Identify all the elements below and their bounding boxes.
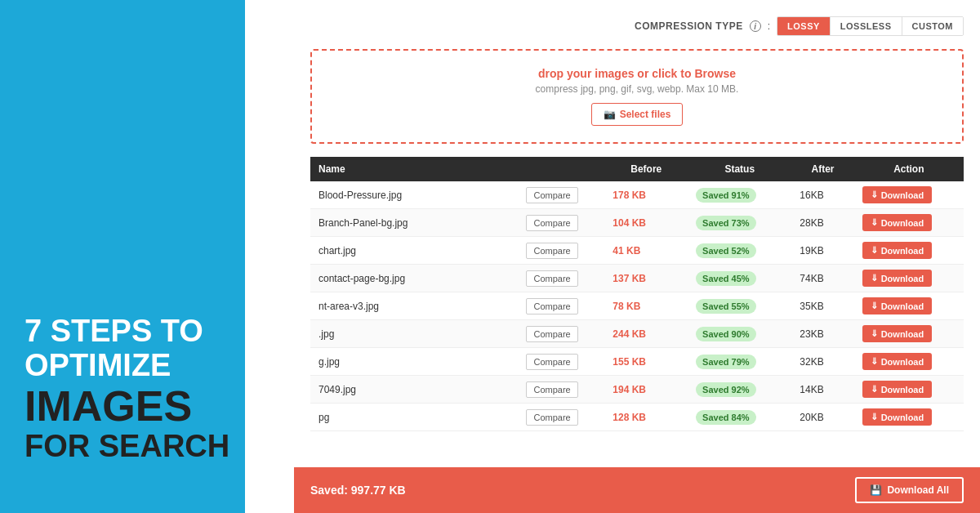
action-cell: ⇓ Download (854, 292, 964, 320)
compare-button[interactable]: Compare (526, 354, 577, 370)
action-cell: ⇓ Download (854, 320, 964, 348)
status-badge: Saved 84% (696, 410, 755, 425)
download-label: Download (881, 274, 924, 283)
download-button[interactable]: ⇓ Download (862, 270, 933, 287)
before-cell: 78 KB (604, 292, 688, 320)
after-cell: 14KB (791, 376, 853, 404)
download-button[interactable]: ⇓ Download (862, 381, 933, 398)
download-all-button[interactable]: 💾 Download All (855, 477, 964, 503)
header-after: After (791, 157, 853, 181)
status-cell: Saved 84% (688, 404, 791, 431)
hero-line1: 7 STEPS TO (24, 314, 229, 349)
hero-section: 7 STEPS TO OPTIMIZE IMAGES FOR SEARCH (24, 314, 229, 464)
compare-button[interactable]: Compare (526, 215, 577, 231)
select-files-button[interactable]: 📷 Select files (591, 103, 684, 126)
download-label: Download (881, 218, 924, 228)
main-content: COMPRESSION TYPE i : LOSSY LOSSLESS CUST… (294, 0, 980, 513)
table-row: 7049.jpg Compare 194 KB Saved 92% 14KB ⇓… (310, 376, 964, 404)
compare-button[interactable]: Compare (526, 187, 577, 203)
action-cell: ⇓ Download (854, 209, 964, 237)
hero-line3: IMAGES (24, 383, 229, 430)
file-name: 7049.jpg (310, 376, 518, 404)
download-icon: ⇓ (871, 273, 878, 283)
custom-button[interactable]: CUSTOM (902, 17, 963, 35)
download-label: Download (881, 246, 924, 256)
file-table: Name Before Status After Action Blood-Pr… (310, 157, 964, 431)
select-files-label: Select files (620, 109, 671, 120)
compare-button[interactable]: Compare (526, 243, 577, 259)
file-name: Blood-Pressure.jpg (310, 181, 518, 209)
compare-button[interactable]: Compare (526, 409, 577, 426)
download-button[interactable]: ⇓ Download (862, 214, 933, 231)
compression-label: COMPRESSION TYPE (635, 20, 743, 32)
table-row: nt-area-v3.jpg Compare 78 KB Saved 55% 3… (310, 292, 964, 320)
status-cell: Saved 91% (688, 181, 791, 209)
after-size: 14KB (800, 384, 823, 395)
download-button[interactable]: ⇓ Download (862, 408, 933, 426)
download-icon: ⇓ (871, 356, 878, 367)
before-cell: 194 KB (604, 376, 688, 404)
after-size: 23KB (800, 328, 823, 340)
compare-cell: Compare (518, 320, 604, 348)
status-badge: Saved 79% (696, 355, 755, 369)
download-button[interactable]: ⇓ Download (862, 242, 933, 259)
compare-cell: Compare (518, 237, 604, 265)
after-cell: 32KB (791, 348, 853, 376)
compression-options: LOSSY LOSSLESS CUSTOM (777, 16, 964, 36)
after-size: 20KB (800, 412, 823, 423)
table-row: Branch-Panel-bg.jpg Compare 104 KB Saved… (310, 209, 964, 237)
colon: : (768, 20, 770, 32)
compare-button[interactable]: Compare (526, 270, 577, 287)
after-cell: 19KB (791, 237, 853, 265)
hero-line4: FOR SEARCH (24, 430, 229, 464)
compare-cell: Compare (518, 376, 604, 404)
after-size: 28KB (800, 217, 823, 229)
file-name: nt-area-v3.jpg (310, 292, 518, 320)
lossy-button[interactable]: LOSSY (777, 17, 831, 35)
download-icon: ⇓ (871, 328, 878, 339)
after-cell: 74KB (791, 265, 853, 292)
before-size: 78 KB (612, 301, 640, 312)
after-size: 16KB (800, 190, 823, 201)
compare-button[interactable]: Compare (526, 326, 577, 342)
compare-cell: Compare (518, 209, 604, 237)
drop-zone[interactable]: drop your images or click to Browse comp… (310, 49, 964, 144)
action-cell: ⇓ Download (854, 265, 964, 292)
compare-button[interactable]: Compare (526, 298, 577, 314)
file-name: contact-page-bg.jpg (310, 265, 518, 292)
before-cell: 137 KB (604, 265, 688, 292)
before-size: 41 KB (612, 245, 640, 256)
before-size: 244 KB (612, 328, 646, 340)
status-badge: Saved 91% (696, 188, 755, 203)
select-files-icon: 📷 (604, 109, 616, 120)
compare-cell: Compare (518, 265, 604, 292)
table-row: chart.jpg Compare 41 KB Saved 52% 19KB ⇓… (310, 237, 964, 265)
download-button[interactable]: ⇓ Download (862, 325, 933, 342)
before-size: 194 KB (612, 384, 646, 395)
lossless-button[interactable]: LOSSLESS (831, 17, 902, 35)
download-label: Download (881, 385, 924, 395)
compare-button[interactable]: Compare (526, 381, 577, 398)
status-cell: Saved 73% (688, 209, 791, 237)
status-badge: Saved 55% (696, 299, 755, 314)
header-name: Name (310, 157, 518, 181)
download-all-label: Download All (887, 484, 949, 496)
action-cell: ⇓ Download (854, 376, 964, 404)
before-cell: 41 KB (604, 237, 688, 265)
action-cell: ⇓ Download (854, 348, 964, 376)
compare-cell: Compare (518, 181, 604, 209)
download-button[interactable]: ⇓ Download (862, 186, 933, 203)
file-name: chart.jpg (310, 237, 518, 265)
header-action: Action (854, 157, 964, 181)
download-button[interactable]: ⇓ Download (862, 353, 933, 370)
compare-cell: Compare (518, 292, 604, 320)
table-row: contact-page-bg.jpg Compare 137 KB Saved… (310, 265, 964, 292)
before-size: 178 KB (612, 190, 646, 201)
status-cell: Saved 52% (688, 237, 791, 265)
before-size: 128 KB (612, 412, 646, 423)
table-row: pg Compare 128 KB Saved 84% 20KB ⇓ Downl… (310, 404, 964, 431)
status-cell: Saved 55% (688, 292, 791, 320)
file-name: pg (310, 404, 518, 431)
download-button[interactable]: ⇓ Download (862, 297, 933, 314)
header-status: Status (688, 157, 791, 181)
